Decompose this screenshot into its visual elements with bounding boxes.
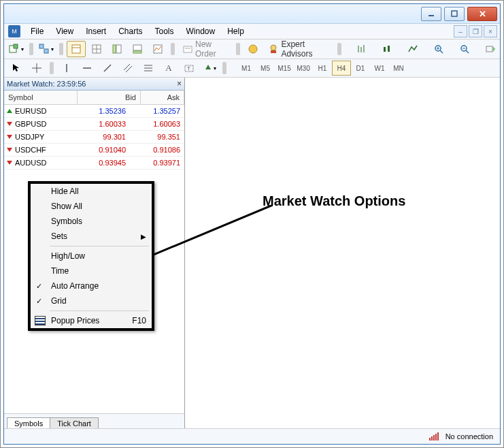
menubar: M FileViewInsertChartsToolsWindowHelp – … (4, 24, 500, 39)
ctx-popup-prices[interactable]: Popup PricesF10 (31, 313, 152, 328)
new-order-button[interactable]: New Order (178, 41, 233, 57)
svg-rect-33 (486, 46, 492, 52)
zoom-in-button[interactable] (429, 41, 448, 57)
menu-view[interactable]: View (50, 24, 80, 39)
arrow-down-icon (7, 161, 12, 165)
timeframe-h4[interactable]: H4 (332, 61, 351, 76)
svg-rect-4 (39, 44, 44, 48)
terminal-toggle[interactable] (128, 41, 147, 57)
text-button[interactable]: A (159, 60, 178, 76)
svg-rect-20 (271, 50, 276, 53)
tab-symbols[interactable]: Symbols (7, 417, 50, 429)
svg-rect-1 (452, 11, 457, 16)
timeframe-mn[interactable]: MN (389, 61, 408, 76)
arrows-button[interactable]: ▾ (200, 60, 219, 76)
menu-help[interactable]: Help (221, 24, 250, 39)
ctx-symbols[interactable]: Symbols (31, 214, 152, 229)
timeframe-m30[interactable]: M30 (294, 61, 313, 76)
tab-tick-chart[interactable]: Tick Chart (50, 417, 99, 429)
svg-rect-16 (184, 46, 192, 52)
channel-button[interactable] (118, 60, 137, 76)
menu-file[interactable]: File (24, 24, 50, 39)
trendline-button[interactable] (98, 60, 117, 76)
menu-insert[interactable]: Insert (80, 24, 112, 39)
timeframe-m1[interactable]: M1 (237, 61, 256, 76)
autoscroll-button[interactable] (481, 41, 500, 57)
svg-rect-11 (113, 45, 116, 53)
connection-bars-icon (429, 432, 439, 441)
vertical-line-button[interactable] (57, 60, 76, 76)
svg-rect-14 (133, 51, 141, 53)
market-watch-toggle[interactable] (67, 41, 86, 57)
svg-rect-5 (44, 49, 48, 53)
crosshair-button[interactable] (27, 60, 46, 76)
submenu-arrow-icon: ▶ (141, 233, 146, 240)
check-icon: ✓ (36, 282, 42, 291)
close-button[interactable]: ✕ (467, 7, 497, 21)
candle-chart-button[interactable] (377, 41, 397, 57)
arrow-down-icon (7, 148, 12, 152)
menu-charts[interactable]: Charts (112, 24, 148, 39)
child-close-button[interactable]: × (484, 25, 497, 37)
header-symbol[interactable]: Symbol (4, 91, 78, 104)
timeframe-m15[interactable]: M15 (275, 61, 294, 76)
zoom-out-button[interactable] (455, 41, 474, 57)
horizontal-line-button[interactable] (78, 60, 97, 76)
timeframe-w1[interactable]: W1 (370, 61, 389, 76)
connection-status: No connection (446, 432, 493, 441)
minimize-button[interactable] (421, 7, 441, 21)
navigator-toggle[interactable] (107, 41, 127, 57)
header-ask[interactable]: Ask (141, 91, 184, 104)
svg-point-19 (271, 45, 276, 50)
svg-rect-25 (388, 46, 390, 52)
ctx-sets[interactable]: Sets▶ (31, 229, 152, 244)
ctx-time[interactable]: Time (31, 263, 152, 278)
maximize-button[interactable] (444, 7, 465, 21)
ctx-high-low[interactable]: High/Low (31, 249, 152, 263)
svg-line-38 (104, 65, 111, 71)
tester-toggle[interactable] (148, 41, 167, 57)
menu-window[interactable]: Window (180, 24, 222, 39)
symbol-row-eurusd[interactable]: EURUSD1.352361.35257 (4, 105, 184, 118)
timeframe-h1[interactable]: H1 (313, 61, 332, 76)
expert-advisors-button[interactable]: Expert Advisors (264, 41, 334, 57)
timeframe-d1[interactable]: D1 (351, 61, 370, 76)
symbol-row-audusd[interactable]: AUDUSD0.939450.93971 (4, 157, 184, 170)
child-restore-button[interactable]: ❐ (469, 25, 482, 37)
svg-rect-12 (116, 45, 121, 53)
ctx-show-all[interactable]: Show All (31, 199, 152, 214)
market-watch-close-icon[interactable]: × (177, 79, 182, 89)
toolbar-main: ▾ ▾ New Order Expert Advisors (4, 39, 500, 59)
child-minimize-button[interactable]: – (454, 25, 467, 37)
popup-prices-icon (35, 316, 46, 325)
annotation-label: Market Watch Options (263, 193, 405, 209)
symbol-row-usdjpy[interactable]: USDJPY99.30199.351 (4, 131, 184, 144)
svg-rect-24 (384, 47, 386, 52)
profiles-button[interactable]: ▾ (37, 41, 56, 57)
metaquotes-button[interactable] (243, 41, 263, 57)
svg-rect-3 (14, 44, 18, 48)
fibonacci-button[interactable] (139, 60, 158, 76)
line-chart-button[interactable] (403, 41, 422, 57)
symbol-row-usdchf[interactable]: USDCHF0.910400.91086 (4, 144, 184, 157)
toolbar-drawing: A T ▾ M1M5M15M30H1H4D1W1MN (4, 59, 500, 78)
header-bid[interactable]: Bid (78, 91, 141, 104)
ctx-hide-all[interactable]: Hide All (31, 184, 152, 199)
menu-tools[interactable]: Tools (149, 24, 180, 39)
text-label-button[interactable]: T (180, 60, 199, 76)
ctx-auto-arrange[interactable]: ✓Auto Arrange (31, 278, 152, 293)
new-chart-button[interactable]: ▾ (7, 41, 26, 57)
context-menu: Hide AllShow AllSymbolsSets▶High/LowTime… (28, 181, 154, 331)
symbol-row-gbpusd[interactable]: GBPUSD1.600331.60063 (4, 118, 184, 131)
status-bar: No connection (4, 428, 500, 444)
arrow-down-icon (7, 135, 12, 139)
svg-line-46 (150, 205, 273, 256)
cursor-button[interactable] (7, 60, 26, 76)
svg-rect-6 (72, 45, 80, 53)
ctx-grid[interactable]: ✓Grid (31, 293, 152, 308)
timeframe-m5[interactable]: M5 (256, 61, 275, 76)
check-icon: ✓ (36, 297, 42, 306)
svg-line-27 (440, 50, 443, 53)
bar-chart-button[interactable] (352, 41, 371, 57)
data-window-toggle[interactable] (87, 41, 106, 57)
